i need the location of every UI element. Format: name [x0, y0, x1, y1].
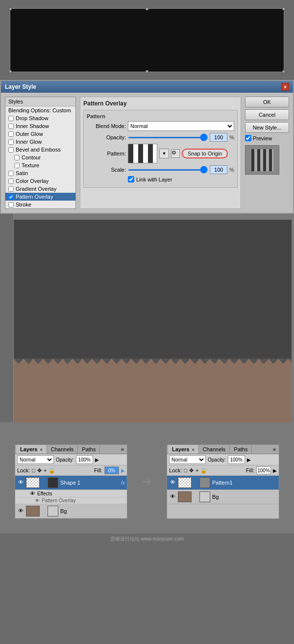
handle-bm[interactable]	[146, 70, 148, 73]
layer-row-bg-left[interactable]: 👁 Bg	[15, 504, 127, 518]
inner-shadow-item[interactable]: Inner Shadow	[5, 122, 75, 130]
contour-checkbox[interactable]	[14, 155, 20, 160]
texture-checkbox[interactable]	[14, 163, 20, 168]
layers-panel-options-right[interactable]: ≡	[271, 446, 278, 453]
ok-button[interactable]: OK	[245, 97, 289, 107]
canvas-brown-layer	[14, 363, 292, 422]
layer-eye-shape1[interactable]: 👁	[17, 479, 24, 486]
lock-lock-icon[interactable]: 🔒	[49, 467, 55, 474]
lock-lock-icon-right[interactable]: 🔒	[200, 467, 207, 474]
contour-item[interactable]: Contour	[5, 154, 75, 161]
layer-eye-bg-right[interactable]: 👁	[169, 493, 176, 500]
handle-bl[interactable]	[9, 70, 12, 73]
gradient-overlay-item[interactable]: Gradient Overlay	[5, 185, 75, 193]
stroke-label: Stroke	[16, 202, 31, 207]
layers-panel-options-left[interactable]: ≡	[119, 446, 126, 453]
new-style-button[interactable]: New Style...	[245, 122, 289, 133]
blend-mode-select-right[interactable]: Normal	[169, 455, 206, 464]
pattern-dropdown-button[interactable]: ▼	[159, 149, 169, 158]
pattern-overlay-item[interactable]: Pattern Overlay	[5, 193, 75, 201]
opacity-input-left[interactable]	[76, 455, 93, 464]
layers-tab-close-right[interactable]: ×	[192, 447, 195, 452]
drop-shadow-checkbox[interactable]	[8, 116, 14, 121]
pattern-overlay-eye[interactable]: 👁	[35, 498, 40, 503]
layer-mask-bg-right	[199, 491, 210, 502]
blend-mode-select[interactable]: Normal	[128, 121, 234, 131]
tab-paths-left[interactable]: Paths	[78, 445, 100, 454]
fill-arrow-left[interactable]: ▶	[121, 468, 125, 473]
handle-br[interactable]	[282, 70, 285, 73]
drop-shadow-item[interactable]: Drop Shadow	[5, 114, 75, 122]
channels-tab-label-right: Channels	[203, 446, 225, 452]
cancel-button[interactable]: Cancel	[245, 109, 289, 120]
inner-glow-label: Inner Glow	[16, 139, 42, 145]
layers-panel-right: Layers × Channels Paths ≡ Normal Opacity…	[167, 444, 279, 519]
layer-row-bg-right[interactable]: 👁 Bg	[167, 490, 279, 504]
opacity-arrow-left[interactable]: ▶	[95, 457, 99, 463]
layer-row-pattern1[interactable]: 👁 Pattern1	[167, 476, 279, 490]
bevel-emboss-item[interactable]: Bevel and Emboss	[5, 146, 75, 154]
lock-all-icon[interactable]: +	[44, 467, 47, 473]
lock-pixel-icon-right[interactable]: □	[184, 467, 187, 473]
canvas-black	[10, 8, 284, 72]
snap-to-origin-button[interactable]: Snap to Origin	[182, 149, 228, 158]
lock-move-icon[interactable]: ✥	[37, 467, 42, 474]
handle-tr[interactable]	[282, 7, 285, 10]
color-overlay-checkbox[interactable]	[8, 179, 14, 184]
scale-input[interactable]	[210, 165, 227, 174]
handle-tm[interactable]	[146, 7, 148, 10]
opacity-input[interactable]	[210, 133, 227, 142]
link-layer-checkbox[interactable]	[128, 176, 134, 182]
layer-mask-shape1	[48, 477, 58, 488]
layers-toolbar-right: Normal Opacity: ▶	[167, 454, 279, 465]
tab-channels-left[interactable]: Channels	[47, 445, 78, 454]
fill-label-left: Fill:	[94, 467, 102, 473]
satin-checkbox[interactable]	[8, 171, 14, 176]
outer-glow-item[interactable]: Outer Glow	[5, 130, 75, 138]
pattern-overlay-checkbox[interactable]	[8, 194, 14, 200]
lock-move-icon-right[interactable]: ✥	[189, 467, 194, 474]
preview-checkbox[interactable]	[245, 135, 251, 141]
tab-layers-right[interactable]: Layers ×	[168, 445, 199, 454]
opacity-arrow-right[interactable]: ▶	[247, 457, 251, 463]
effects-eye[interactable]: 👁	[30, 490, 35, 496]
lock-pixel-icon[interactable]: □	[32, 467, 35, 473]
handle-tl[interactable]	[9, 7, 12, 10]
blending-options-item[interactable]: Blending Options: Custom	[5, 106, 75, 114]
layers-tab-close-left[interactable]: ×	[40, 447, 43, 452]
scale-slider[interactable]	[128, 169, 208, 171]
fill-input-right[interactable]	[256, 466, 271, 474]
inner-glow-item[interactable]: Inner Glow	[5, 138, 75, 146]
effects-row: 👁 Effects	[15, 490, 127, 497]
fill-input-left[interactable]	[104, 466, 119, 474]
texture-label: Texture	[22, 162, 39, 168]
layer-eye-pattern1[interactable]: 👁	[169, 479, 176, 486]
blend-mode-select-left[interactable]: Normal	[17, 455, 54, 464]
bevel-emboss-checkbox[interactable]	[8, 147, 14, 153]
dialog-close-button[interactable]: ×	[281, 83, 289, 91]
svg-rect-2	[14, 359, 292, 369]
tab-paths-right[interactable]: Paths	[230, 445, 252, 454]
opacity-input-right[interactable]	[228, 455, 245, 464]
dialog-body: Styles Blending Options: Custom Drop Sha…	[1, 93, 293, 213]
preview-label: Preview	[253, 135, 272, 141]
layer-row-shape1[interactable]: 👁 Shape 1 fx	[15, 476, 127, 490]
lock-all-icon-right[interactable]: +	[196, 467, 198, 473]
fill-arrow-right[interactable]: ▶	[273, 468, 277, 473]
layer-thumb-bg-right	[178, 491, 192, 502]
stroke-checkbox[interactable]	[8, 202, 14, 207]
satin-item[interactable]: Satin	[5, 169, 75, 177]
opacity-slider[interactable]	[128, 137, 208, 138]
tab-channels-right[interactable]: Channels	[199, 445, 230, 454]
color-overlay-item[interactable]: Color Overlay	[5, 177, 75, 185]
inner-shadow-checkbox[interactable]	[8, 124, 14, 129]
layer-eye-bg-left[interactable]: 👁	[17, 508, 24, 515]
stroke-item[interactable]: Stroke	[5, 201, 75, 208]
tab-layers-left[interactable]: Layers ×	[16, 445, 47, 454]
outer-glow-checkbox[interactable]	[8, 131, 14, 137]
gradient-overlay-checkbox[interactable]	[8, 186, 14, 192]
inner-glow-checkbox[interactable]	[8, 139, 14, 145]
layers-tabs-right: Layers × Channels Paths ≡	[167, 445, 279, 454]
pattern-options-button[interactable]: ⚙	[171, 149, 180, 158]
texture-item[interactable]: Texture	[5, 161, 75, 169]
